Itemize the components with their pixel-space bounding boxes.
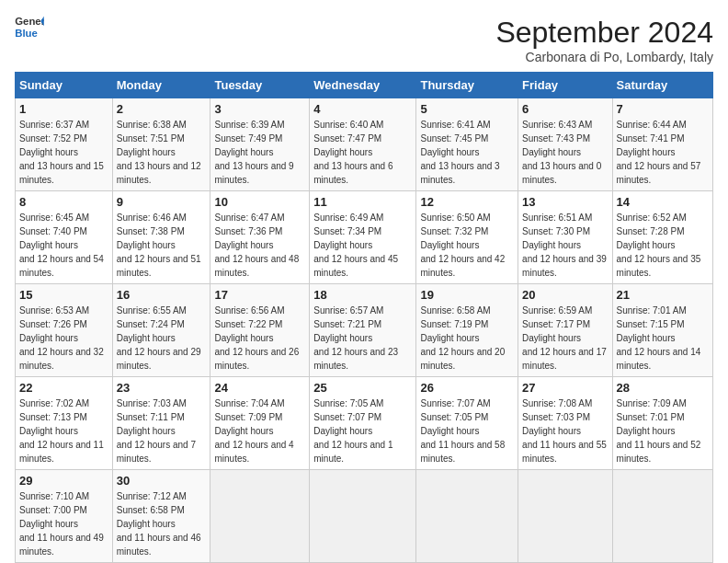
table-row: 10 Sunrise: 6:47 AM Sunset: 7:36 PM Dayl… <box>210 191 310 284</box>
table-row: 21 Sunrise: 7:01 AM Sunset: 7:15 PM Dayl… <box>612 284 712 377</box>
table-row: 5 Sunrise: 6:41 AM Sunset: 7:45 PM Dayli… <box>416 98 518 191</box>
table-row: 15 Sunrise: 6:53 AM Sunset: 7:26 PM Dayl… <box>16 284 113 377</box>
title-block: September 2024 Carbonara di Po, Lombardy… <box>495 15 713 64</box>
table-row: 29 Sunrise: 7:10 AM Sunset: 7:00 PM Dayl… <box>16 470 113 563</box>
table-row: 30 Sunrise: 7:12 AM Sunset: 6:58 PM Dayl… <box>112 470 210 563</box>
table-row: 20 Sunrise: 6:59 AM Sunset: 7:17 PM Dayl… <box>518 284 612 377</box>
table-row: 22 Sunrise: 7:02 AM Sunset: 7:13 PM Dayl… <box>16 377 113 470</box>
calendar-table: Sunday Monday Tuesday Wednesday Thursday… <box>15 72 713 563</box>
table-row: 4 Sunrise: 6:40 AM Sunset: 7:47 PM Dayli… <box>310 98 416 191</box>
table-row: 18 Sunrise: 6:57 AM Sunset: 7:21 PM Dayl… <box>310 284 416 377</box>
col-sunday: Sunday <box>16 73 113 98</box>
col-friday: Friday <box>518 73 612 98</box>
page-header: General Blue September 2024 Carbonara di… <box>15 15 713 64</box>
location-subtitle: Carbonara di Po, Lombardy, Italy <box>495 50 713 64</box>
table-row: 14 Sunrise: 6:52 AM Sunset: 7:28 PM Dayl… <box>612 191 712 284</box>
table-row: 13 Sunrise: 6:51 AM Sunset: 7:30 PM Dayl… <box>518 191 612 284</box>
table-row <box>518 470 612 563</box>
table-row: 25 Sunrise: 7:05 AM Sunset: 7:07 PM Dayl… <box>310 377 416 470</box>
table-row: 8 Sunrise: 6:45 AM Sunset: 7:40 PM Dayli… <box>16 191 113 284</box>
table-row: 9 Sunrise: 6:46 AM Sunset: 7:38 PM Dayli… <box>112 191 210 284</box>
table-row <box>416 470 518 563</box>
table-row: 12 Sunrise: 6:50 AM Sunset: 7:32 PM Dayl… <box>416 191 518 284</box>
col-wednesday: Wednesday <box>310 73 416 98</box>
logo: General Blue <box>15 15 44 40</box>
table-row: 27 Sunrise: 7:08 AM Sunset: 7:03 PM Dayl… <box>518 377 612 470</box>
table-row: 19 Sunrise: 6:58 AM Sunset: 7:19 PM Dayl… <box>416 284 518 377</box>
table-row: 17 Sunrise: 6:56 AM Sunset: 7:22 PM Dayl… <box>210 284 310 377</box>
svg-text:Blue: Blue <box>15 28 38 39</box>
table-row <box>310 470 416 563</box>
col-saturday: Saturday <box>612 73 712 98</box>
calendar-header-row: Sunday Monday Tuesday Wednesday Thursday… <box>16 73 713 98</box>
table-row: 26 Sunrise: 7:07 AM Sunset: 7:05 PM Dayl… <box>416 377 518 470</box>
table-row <box>210 470 310 563</box>
table-row: 6 Sunrise: 6:43 AM Sunset: 7:43 PM Dayli… <box>518 98 612 191</box>
table-row: 28 Sunrise: 7:09 AM Sunset: 7:01 PM Dayl… <box>612 377 712 470</box>
svg-text:General: General <box>15 16 44 27</box>
table-row: 23 Sunrise: 7:03 AM Sunset: 7:11 PM Dayl… <box>112 377 210 470</box>
col-monday: Monday <box>112 73 210 98</box>
month-title: September 2024 <box>495 15 713 50</box>
table-row: 3 Sunrise: 6:39 AM Sunset: 7:49 PM Dayli… <box>210 98 310 191</box>
table-row: 16 Sunrise: 6:55 AM Sunset: 7:24 PM Dayl… <box>112 284 210 377</box>
col-tuesday: Tuesday <box>210 73 310 98</box>
table-row: 2 Sunrise: 6:38 AM Sunset: 7:51 PM Dayli… <box>112 98 210 191</box>
table-row: 7 Sunrise: 6:44 AM Sunset: 7:41 PM Dayli… <box>612 98 712 191</box>
logo-icon: General Blue <box>15 15 44 40</box>
table-row: 1 Sunrise: 6:37 AM Sunset: 7:52 PM Dayli… <box>16 98 113 191</box>
table-row: 24 Sunrise: 7:04 AM Sunset: 7:09 PM Dayl… <box>210 377 310 470</box>
table-row <box>612 470 712 563</box>
table-row: 11 Sunrise: 6:49 AM Sunset: 7:34 PM Dayl… <box>310 191 416 284</box>
col-thursday: Thursday <box>416 73 518 98</box>
